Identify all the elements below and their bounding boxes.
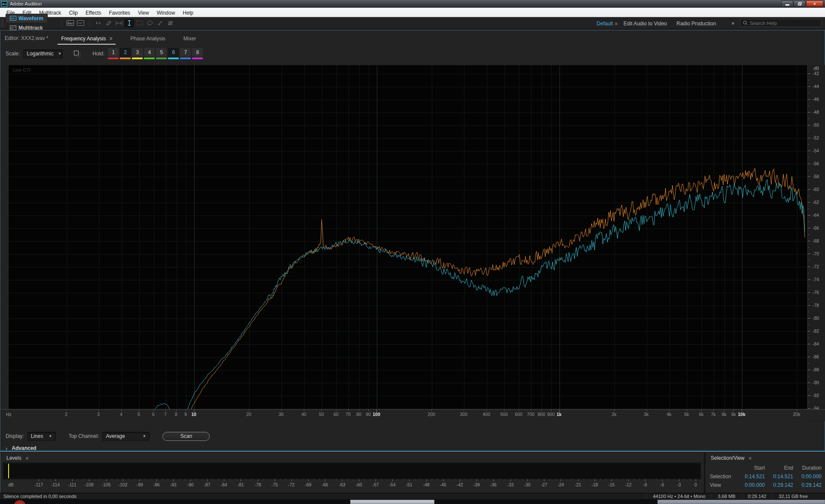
frequency-axis-tick [724, 410, 724, 411]
menu-item-help[interactable]: Help [179, 9, 197, 17]
hold-button-2[interactable]: 2 [120, 48, 131, 59]
level-scale-tick [140, 479, 140, 481]
lasso-selection-tool-icon[interactable] [145, 19, 155, 27]
level-scale-tick [392, 479, 393, 481]
waveform-view-icon[interactable] [66, 19, 75, 27]
scale-dropdown[interactable]: Logarithmic▼ [23, 49, 63, 58]
workspace-overflow-chevrons[interactable]: » [731, 20, 734, 26]
level-scale-tick [482, 479, 483, 480]
level-scale-tick [639, 479, 640, 480]
level-scale-tick [611, 479, 612, 481]
menu-item-favorites[interactable]: Favorites [105, 9, 134, 17]
live-cti-label: Live CTI [13, 67, 31, 73]
level-scale-tick [78, 479, 78, 480]
taskbar-app-icon[interactable] [14, 500, 26, 504]
panel-menu-icon[interactable]: ≡ [749, 455, 752, 461]
copy-snapshot-icon[interactable] [74, 51, 80, 57]
sv-time-value[interactable]: 0:29.142 [793, 482, 822, 488]
search-help-box[interactable] [740, 19, 822, 27]
sv-time-value[interactable]: 0:00.000 [793, 474, 822, 480]
hold-button-5[interactable]: 5 [156, 48, 167, 59]
level-scale-tick [381, 479, 382, 480]
level-scale-tick [263, 479, 264, 480]
search-icon [743, 21, 747, 25]
level-scale-tick [488, 479, 488, 480]
scan-button[interactable]: Scan [162, 432, 210, 441]
level-scale-tick [516, 479, 516, 480]
marquee-selection-tool-icon[interactable] [135, 19, 144, 27]
level-scale-tick [101, 479, 101, 480]
spectral-view-icon[interactable] [76, 19, 86, 27]
restore-button[interactable] [794, 0, 806, 7]
panel-menu-icon[interactable]: ≡ [26, 455, 28, 461]
level-scale-tick [584, 479, 584, 480]
tab-mixer[interactable]: Mixer [178, 33, 201, 44]
tab-label: Phase Analysis [130, 36, 165, 42]
slip-tool-icon[interactable] [114, 19, 124, 27]
frequency-axis-label: 4k [660, 412, 678, 417]
frequency-axis-label: 10 [185, 412, 202, 417]
time-selection-tool-icon[interactable] [125, 19, 134, 27]
db-axis-tick [808, 73, 810, 74]
db-axis-tick [808, 318, 810, 319]
level-scale-tick [477, 479, 477, 481]
level-scale-tick [173, 479, 174, 481]
sv-time-value[interactable]: 0:29.142 [765, 482, 793, 488]
menu-item-window[interactable]: Window [153, 9, 179, 17]
hold-button-8[interactable]: 8 [192, 48, 203, 59]
chevron-down-icon: ▼ [142, 434, 146, 438]
hold-button-6[interactable]: 6 [168, 48, 179, 59]
hold-button-number: 3 [132, 48, 143, 57]
display-dropdown[interactable]: Lines▼ [28, 432, 56, 441]
level-scale-tick [657, 479, 657, 480]
hold-button-1[interactable]: 1 [108, 48, 119, 59]
level-scale-label: -36 [485, 482, 502, 487]
tab-frequency-analysis[interactable]: Frequency Analysis≡ [56, 33, 117, 44]
hold-button-3[interactable]: 3 [132, 48, 143, 59]
db-axis-label: -92 [813, 393, 819, 398]
paintbrush-tool-icon[interactable] [156, 19, 165, 27]
level-scale-tick [572, 479, 572, 480]
workspace-item-radio-production[interactable]: Radio Production [676, 21, 716, 27]
advanced-section-toggle[interactable]: › Advanced [0, 443, 37, 453]
close-button[interactable]: × [806, 0, 823, 7]
frequency-axis-tick [139, 410, 139, 411]
hold-button-7[interactable]: 7 [180, 48, 191, 59]
db-axis-tick [808, 189, 810, 190]
spot-healing-brush-icon[interactable] [166, 19, 175, 27]
db-axis-label: -48 [813, 109, 819, 115]
frequency-axis-label: 300 [455, 412, 472, 417]
level-scale-tick [269, 479, 269, 480]
workspace-selector[interactable]: Default [597, 21, 613, 27]
level-scale-tick [673, 479, 674, 480]
panel-menu-icon[interactable]: ≡ [109, 36, 112, 42]
sv-time-value[interactable]: 0:00.000 [736, 482, 765, 488]
waveform-view-button[interactable]: Waveform [6, 14, 48, 23]
db-axis-tick [808, 112, 810, 112]
db-axis-tick [808, 292, 810, 293]
search-input[interactable] [750, 21, 819, 26]
workspace-item-edit-audio-to-video[interactable]: Edit Audio to Video [623, 21, 667, 27]
frequency-plot-area[interactable]: Live CTI [8, 65, 807, 409]
menu-item-clip[interactable]: Clip [65, 9, 82, 17]
move-tool-icon[interactable] [94, 19, 103, 27]
sv-time-value[interactable]: 0:14.521 [736, 474, 765, 480]
menu-item-view[interactable]: View [134, 9, 153, 17]
taskbar-window-button[interactable] [350, 500, 434, 504]
level-scale-label: -24 [552, 482, 569, 487]
tab-phase-analysis[interactable]: Phase Analysis [125, 33, 170, 44]
minimize-button[interactable] [781, 0, 793, 7]
level-scale-tick [651, 479, 651, 480]
db-axis-tick [808, 93, 809, 93]
razor-tool-icon[interactable] [104, 19, 113, 27]
menu-item-effects[interactable]: Effects [82, 9, 105, 17]
editor-tab-label[interactable]: Editor: XXX2.wav * [5, 35, 48, 41]
sv-time-value[interactable]: 0:14.521 [765, 474, 793, 480]
level-scale-label: -114 [47, 482, 64, 487]
db-axis-tick [808, 357, 810, 357]
frequency-axis-tick [713, 410, 714, 411]
top-channel-dropdown[interactable]: Average▼ [102, 432, 150, 441]
taskbar-tray-area[interactable] [657, 500, 825, 504]
hold-button-4[interactable]: 4 [144, 48, 155, 59]
workspace-menu-icon[interactable]: ≡ [615, 21, 617, 26]
